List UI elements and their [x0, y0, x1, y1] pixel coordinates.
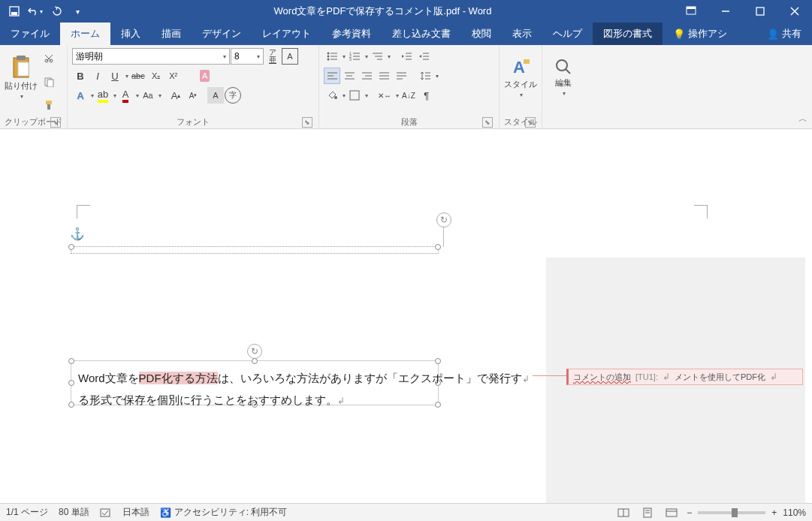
resize-handle[interactable] — [435, 358, 441, 364]
zoom-level[interactable]: 110% — [783, 507, 806, 518]
tab-tellme[interactable]: 💡 操作アシ — [663, 23, 738, 45]
collapse-ribbon-icon[interactable]: ︿ — [798, 113, 807, 125]
tab-draw[interactable]: 描画 — [151, 23, 192, 45]
tab-file[interactable]: ファイル — [0, 23, 60, 45]
align-left-button[interactable] — [324, 68, 340, 84]
tab-insert[interactable]: 挿入 — [110, 23, 151, 45]
strike-button[interactable]: abc — [129, 68, 147, 84]
text-run: Word文章を — [78, 372, 139, 384]
language[interactable]: 日本語 — [122, 506, 149, 519]
shading-button[interactable] — [324, 87, 340, 104]
font-name-select[interactable]: 游明朝▾ — [72, 48, 230, 65]
char-border-button[interactable]: A — [282, 48, 298, 65]
outdent-button[interactable] — [398, 48, 415, 65]
tab-share[interactable]: 👤 共有 — [756, 23, 812, 45]
multilevel-button[interactable] — [369, 48, 385, 65]
accessibility[interactable]: ♿アクセシビリティ: 利用不可 — [160, 506, 288, 519]
enclose-char-button[interactable]: 字 — [225, 87, 241, 104]
tab-design[interactable]: デザイン — [192, 23, 252, 45]
clear-formatting-button[interactable]: A — [197, 68, 213, 84]
paste-button[interactable]: 貼り付け ▾ — [5, 48, 38, 107]
maximize-icon[interactable] — [743, 0, 777, 23]
underline-button[interactable]: U — [107, 68, 123, 84]
resize-handle[interactable] — [68, 380, 74, 386]
zoom-thumb[interactable] — [732, 508, 738, 517]
shape-selection-top[interactable] — [71, 246, 439, 254]
tab-references[interactable]: 参考資料 — [321, 23, 382, 45]
print-layout-button[interactable] — [638, 505, 657, 520]
indent-button[interactable] — [415, 48, 432, 65]
styles-button[interactable]: A スタイル▾ — [504, 48, 537, 107]
font-size-select[interactable]: 8▾ — [231, 48, 264, 65]
numbering-button[interactable]: 123 — [346, 48, 363, 65]
zoom-in-button[interactable]: + — [771, 507, 777, 518]
group-font: 游明朝▾ 8▾ ア亜 A B I U▾ abc X₂ X² A A▾ ab▾ A… — [68, 45, 319, 129]
align-justify-button[interactable] — [376, 68, 392, 84]
copy-button[interactable] — [41, 74, 57, 90]
tab-view[interactable]: 表示 — [502, 23, 542, 45]
distribute-button[interactable] — [393, 68, 409, 84]
rotate-handle-icon[interactable]: ↻ — [436, 212, 451, 227]
tab-review[interactable]: 校閲 — [461, 23, 502, 45]
group-clipboard: 貼り付け ▾ クリップボード⬊ — [0, 45, 68, 129]
resize-handle[interactable] — [68, 244, 74, 250]
grow-font-button[interactable]: A▴ — [168, 87, 184, 104]
format-painter-button[interactable] — [41, 97, 57, 113]
page-count[interactable]: 1/1 ページ — [6, 506, 48, 519]
borders-button[interactable] — [346, 87, 363, 104]
styles-launcher-icon[interactable]: ⬊ — [525, 117, 536, 128]
highlight-button[interactable]: ab — [95, 87, 111, 104]
resize-handle[interactable] — [68, 402, 74, 408]
svg-rect-64 — [101, 509, 110, 516]
show-marks-button[interactable]: ¶ — [418, 87, 435, 104]
document-area[interactable]: ⚓ ↻ ↻ Word文章をPDF化する方法は、いろいろな方法がありますが「エクス… — [0, 129, 812, 503]
tab-home[interactable]: ホーム — [60, 23, 110, 45]
clipboard-launcher-icon[interactable]: ⬊ — [50, 117, 61, 128]
read-mode-button[interactable] — [614, 505, 632, 520]
minimize-icon[interactable] — [708, 0, 743, 23]
sort-button[interactable]: A↓Z — [400, 87, 418, 104]
zoom-slider[interactable] — [698, 511, 765, 514]
zoom-out-button[interactable]: − — [687, 507, 692, 518]
word-count[interactable]: 80 単語 — [59, 506, 89, 519]
bold-button[interactable]: B — [72, 68, 89, 84]
char-shading-button[interactable]: A — [207, 87, 224, 104]
line-spacing-button[interactable] — [417, 68, 433, 84]
align-right-button[interactable] — [358, 68, 375, 84]
bullets-button[interactable] — [324, 48, 340, 65]
editing-button[interactable]: 編集▾ — [547, 48, 580, 107]
rotate-handle-icon[interactable]: ↻ — [247, 344, 262, 359]
proofing-icon[interactable] — [100, 507, 112, 518]
resize-handle[interactable] — [252, 358, 258, 364]
close-icon[interactable] — [777, 0, 812, 23]
undo-icon[interactable]: ▾ — [26, 2, 45, 21]
font-launcher-icon[interactable]: ⬊ — [302, 117, 312, 128]
comment-balloon[interactable]: コメントの追加 [TU1]: ↲ メントを使用してPDF化 ↲ — [566, 369, 803, 385]
qat-customize-icon[interactable]: ▾ — [68, 2, 87, 21]
text-effects-button[interactable]: A — [72, 87, 89, 104]
tab-layout[interactable]: レイアウト — [252, 23, 321, 45]
ruby-button[interactable]: ア亜 — [264, 48, 281, 65]
tab-shape-format[interactable]: 図形の書式 — [593, 23, 663, 45]
tab-mailings[interactable]: 差し込み文書 — [382, 23, 461, 45]
group-editing: 編集▾ — [542, 45, 584, 129]
cut-button[interactable] — [41, 50, 57, 67]
resize-handle[interactable] — [435, 244, 441, 250]
align-center-button[interactable] — [341, 68, 358, 84]
paragraph-launcher-icon[interactable]: ⬊ — [482, 117, 493, 128]
font-color-button[interactable]: A — [117, 87, 134, 104]
save-icon[interactable] — [5, 2, 24, 21]
char-scaling-button[interactable]: ✕↔ — [376, 87, 394, 104]
subscript-button[interactable]: X₂ — [148, 68, 165, 84]
eraser-icon: A — [200, 70, 210, 82]
ribbon-display-icon[interactable] — [674, 0, 708, 23]
change-case-button[interactable]: Aa — [140, 87, 156, 104]
redo-icon[interactable] — [47, 2, 66, 21]
web-layout-button[interactable] — [663, 505, 681, 520]
resize-handle[interactable] — [68, 358, 74, 364]
shrink-font-button[interactable]: A▾ — [185, 87, 201, 104]
italic-button[interactable]: I — [89, 68, 106, 84]
tab-help[interactable]: ヘルプ — [542, 23, 593, 45]
superscript-button[interactable]: X² — [165, 68, 182, 84]
document-text[interactable]: Word文章をPDF化する方法は、いろいろな方法がありますが「エクスポート」で発… — [78, 368, 536, 411]
